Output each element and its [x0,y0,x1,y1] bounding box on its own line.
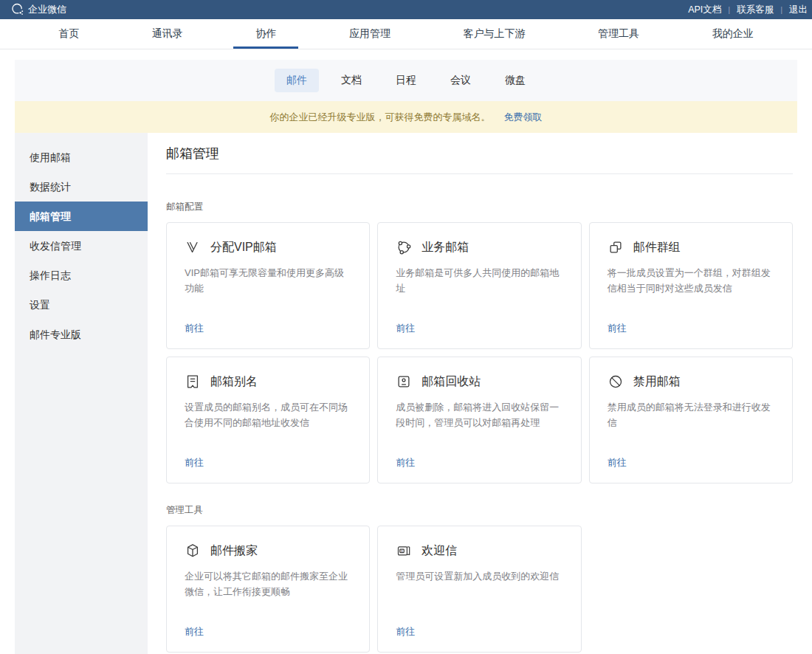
main-nav: 首页通讯录协作应用管理客户与上下游管理工具我的企业 [0,19,812,49]
nav-item-5[interactable]: 管理工具 [591,19,647,49]
topbar-link-1[interactable]: 联系客服 [735,4,775,16]
card-go-link[interactable]: 前往 [396,625,562,638]
topbar-link-2[interactable]: 退出 [788,4,809,16]
page-title: 邮箱管理 [166,133,793,173]
subtab-4[interactable]: 微盘 [493,69,537,92]
alias-icon [185,374,201,390]
sidebar-item-1[interactable]: 数据统计 [15,172,148,202]
card-title: 欢迎信 [422,543,457,559]
card-go-link[interactable]: 前往 [185,625,351,638]
sidebar-item-3[interactable]: 收发信管理 [15,231,148,261]
feature-card-欢迎信[interactable]: Hi欢迎信管理员可设置新加入成员收到的欢迎信前往 [377,526,581,653]
card-head: Hi欢迎信 [396,543,562,559]
card-description: 企业可以将其它邮箱的邮件搬家至企业微信，让工作衔接更顺畅 [185,568,351,600]
card-head: 分配VIP邮箱 [185,239,351,255]
wecom-bubble-icon [10,3,24,17]
card-head: 邮件搬家 [185,543,351,559]
card-head: 邮件群组 [608,239,774,255]
card-go-link[interactable]: 前往 [396,456,562,469]
card-go-link[interactable]: 前往 [608,456,774,469]
card-description: 将一批成员设置为一个群组，对群组发信相当于同时对这些成员发信 [608,265,774,297]
share-icon [396,239,412,255]
group-icon [608,239,624,255]
card-title: 分配VIP邮箱 [210,240,277,255]
feature-card-邮件群组[interactable]: 邮件群组将一批成员设置为一个群组，对群组发信相当于同时对这些成员发信前往 [589,222,793,349]
title-divider [166,173,793,174]
nav-item-2[interactable]: 协作 [248,19,283,49]
recycle-icon [396,374,412,390]
card-grid: 邮件搬家企业可以将其它邮箱的邮件搬家至企业微信，让工作衔接更顺畅前往Hi欢迎信管… [166,526,793,653]
feature-card-邮件搬家[interactable]: 邮件搬家企业可以将其它邮箱的邮件搬家至企业微信，让工作衔接更顺畅前往 [166,526,370,653]
card-description: 管理员可设置新加入成员收到的欢迎信 [396,568,562,584]
card-go-link[interactable]: 前往 [185,456,351,469]
sections-container: 邮箱配置分配VIP邮箱VIP邮箱可享无限容量和使用更多高级功能前往业务邮箱业务邮… [166,201,793,653]
vip-icon [185,239,201,255]
topbar-separator: | [780,5,782,14]
card-go-link[interactable]: 前往 [608,322,774,335]
topbar-links: API文档|联系客服|退出 [687,4,809,16]
upgrade-banner: 你的企业已经升级专业版，可获得免费的专属域名。 免费领取 [15,101,797,133]
card-title: 邮箱别名 [210,374,258,390]
sidebar-item-6[interactable]: 邮件专业版 [15,320,148,349]
card-title: 邮件搬家 [210,543,258,559]
section-1: 管理工具邮件搬家企业可以将其它邮箱的邮件搬家至企业微信，让工作衔接更顺畅前往Hi… [166,504,793,653]
content-wrapper: 邮件文档日程会议微盘 你的企业已经升级专业版，可获得免费的专属域名。 免费领取 … [15,60,797,654]
sidebar-item-4[interactable]: 操作日志 [15,261,148,290]
card-description: VIP邮箱可享无限容量和使用更多高级功能 [185,265,351,297]
sidebar-item-0[interactable]: 使用邮箱 [15,142,148,172]
disable-icon [608,374,624,390]
card-head: 邮箱回收站 [396,374,562,390]
banner-text: 你的企业已经升级专业版，可获得免费的专属域名。 [270,111,491,124]
nav-item-6[interactable]: 我的企业 [705,19,761,49]
card-head: 邮箱别名 [185,374,351,390]
subtab-0[interactable]: 邮件 [275,69,319,92]
card-title: 禁用邮箱 [633,374,681,390]
nav-item-1[interactable]: 通讯录 [145,19,190,49]
move-icon [185,543,201,559]
subtab-1[interactable]: 文档 [329,69,374,92]
subtab-2[interactable]: 日程 [384,69,428,92]
section-0: 邮箱配置分配VIP邮箱VIP邮箱可享无限容量和使用更多高级功能前往业务邮箱业务邮… [166,201,793,483]
main-content: 邮箱管理 邮箱配置分配VIP邮箱VIP邮箱可享无限容量和使用更多高级功能前往业务… [148,133,797,654]
sidebar: 使用邮箱数据统计邮箱管理收发信管理操作日志设置邮件专业版 [15,133,148,654]
brand-name: 企业微信 [28,3,66,16]
feature-card-分配VIP邮箱[interactable]: 分配VIP邮箱VIP邮箱可享无限容量和使用更多高级功能前往 [166,222,370,349]
section-label: 邮箱配置 [166,201,793,213]
feature-card-邮箱回收站[interactable]: 邮箱回收站成员被删除，邮箱将进入回收站保留一段时间，管理员可以对邮箱再处理前往 [377,357,581,483]
card-description: 禁用成员的邮箱将无法登录和进行收发信 [608,399,774,431]
card-go-link[interactable]: 前往 [185,322,351,335]
card-description: 设置成员的邮箱别名，成员可在不同场合使用不同的邮箱地址收发信 [185,399,351,431]
card-title: 邮件群组 [633,240,681,255]
topbar-link-0[interactable]: API文档 [687,4,723,16]
card-title: 业务邮箱 [422,240,469,255]
topbar: 企业微信 API文档|联系客服|退出 [0,0,812,19]
feature-card-业务邮箱[interactable]: 业务邮箱业务邮箱是可供多人共同使用的邮箱地址前往 [377,222,581,349]
section-label: 管理工具 [166,504,793,517]
sidebar-item-2[interactable]: 邮箱管理 [15,202,148,231]
topbar-separator: | [728,5,730,14]
card-description: 成员被删除，邮箱将进入回收站保留一段时间，管理员可以对邮箱再处理 [396,399,562,431]
body-row: 使用邮箱数据统计邮箱管理收发信管理操作日志设置邮件专业版 邮箱管理 邮箱配置分配… [15,133,797,654]
feature-card-邮箱别名[interactable]: 邮箱别名设置成员的邮箱别名，成员可在不同场合使用不同的邮箱地址收发信前往 [166,357,370,483]
nav-item-3[interactable]: 应用管理 [342,19,398,49]
banner-claim-link[interactable]: 免费领取 [504,111,543,124]
subtab-3[interactable]: 会议 [438,69,483,92]
card-head: 禁用邮箱 [608,374,774,390]
welcome-icon: Hi [396,543,412,559]
nav-item-0[interactable]: 首页 [51,19,86,49]
nav-item-4[interactable]: 客户与上下游 [456,19,533,49]
feature-card-禁用邮箱[interactable]: 禁用邮箱禁用成员的邮箱将无法登录和进行收发信前往 [589,357,793,483]
card-title: 邮箱回收站 [422,374,481,390]
brand: 企业微信 [10,3,66,17]
sidebar-item-5[interactable]: 设置 [15,290,148,320]
card-description: 业务邮箱是可供多人共同使用的邮箱地址 [396,265,562,297]
card-grid: 分配VIP邮箱VIP邮箱可享无限容量和使用更多高级功能前往业务邮箱业务邮箱是可供… [166,222,793,483]
svg-text:Hi: Hi [401,550,403,553]
card-head: 业务邮箱 [396,239,562,255]
card-go-link[interactable]: 前往 [396,322,562,335]
subtab-strip: 邮件文档日程会议微盘 [15,60,797,101]
